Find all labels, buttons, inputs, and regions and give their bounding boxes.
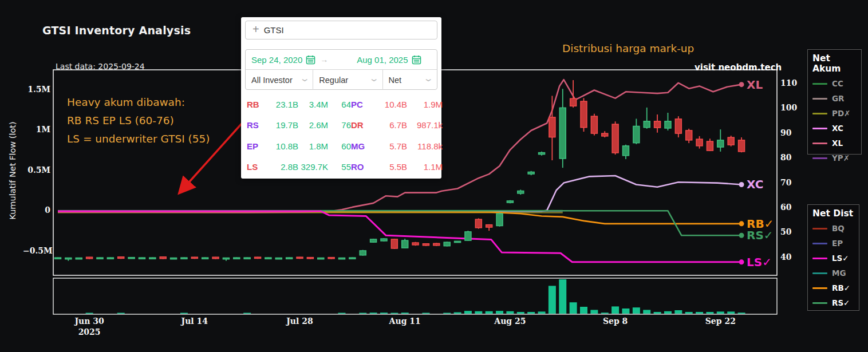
- legend-item-XL[interactable]: XL: [812, 136, 857, 151]
- legend-item-LS[interactable]: LS✓: [812, 251, 854, 266]
- legend-item-CC[interactable]: CC: [812, 76, 857, 91]
- legend-item-BQ[interactable]: BQ: [812, 221, 854, 236]
- volume-bar: [390, 313, 398, 314]
- candle-body: [244, 258, 250, 259]
- market-board-select[interactable]: Regular ⌄: [313, 70, 382, 90]
- broker-code: MG: [351, 141, 374, 151]
- legend-item-GR[interactable]: GR: [812, 91, 857, 106]
- legend-swatch: [812, 302, 827, 304]
- legend-item-XC[interactable]: XC: [812, 121, 857, 136]
- candle-body: [507, 201, 513, 203]
- price-tick-label: 70: [780, 178, 791, 187]
- candle-body: [402, 240, 408, 248]
- volume-bar: [370, 313, 377, 314]
- candle-body: [665, 121, 671, 128]
- filter-box: Sep 24, 2020 → Aug 01, 2025 All Investor…: [245, 49, 437, 90]
- volume-bar: [464, 311, 472, 314]
- legend-item-YP[interactable]: YP✗: [812, 151, 857, 165]
- broker-summary-table: RB23.1B3.4M64PC10.4B1.9MRS19.7B2.6M76DR6…: [247, 94, 437, 177]
- volume-bar: [180, 313, 188, 314]
- line-label-RS: RS✓: [747, 228, 774, 242]
- candle-body: [55, 258, 61, 259]
- broker-net-value: 10.8B: [263, 141, 298, 151]
- broker-net-value: 23.1B: [263, 100, 298, 109]
- broker-net-lot: 2.6M: [298, 120, 328, 130]
- net-mode-select[interactable]: Net ⌄: [383, 70, 437, 90]
- broker-net-lot: 987.1k: [407, 120, 443, 130]
- volume-bar: [401, 313, 409, 314]
- broker-code: LS: [247, 162, 263, 172]
- candle-body: [686, 130, 692, 140]
- flow-line-endpoint-XL: [739, 82, 744, 87]
- filter-selects-row: All Investor ⌄ Regular ⌄ Net ⌄: [246, 70, 437, 90]
- line-label-XL: XL: [747, 78, 763, 92]
- candle-body: [370, 239, 377, 242]
- broker-row: RB23.1B3.4M64PC10.4B1.9M: [247, 94, 437, 115]
- candle-body: [338, 258, 345, 259]
- x-tick-label: Aug 25: [487, 317, 533, 326]
- volume-bar: [664, 311, 672, 314]
- broker-net-value: 19.7B: [263, 120, 298, 130]
- candle-body: [107, 258, 113, 259]
- legend-item-EP[interactable]: EP: [812, 236, 854, 251]
- candle-body: [118, 257, 124, 259]
- volume-bar: [422, 313, 429, 314]
- price-tick-label: 110: [780, 78, 797, 88]
- legend-label: EP: [832, 239, 843, 248]
- legend-item-RS[interactable]: RS✓: [812, 295, 854, 310]
- x-tick-label: Sep 8: [593, 317, 638, 326]
- legend-label: RB✓: [832, 283, 850, 292]
- candle-body: [307, 258, 313, 259]
- volume-bar: [738, 313, 745, 314]
- volume-bar: [496, 311, 503, 314]
- candle-body: [318, 258, 324, 259]
- volume-bar: [359, 313, 366, 314]
- candle-body: [76, 258, 82, 259]
- volume-bar: [454, 313, 461, 314]
- flow-line-endpoint-RS: [739, 233, 744, 238]
- date-to-input[interactable]: Aug 01, 2025: [357, 55, 408, 65]
- broker-row: EP10.8B1.8M60MG5.7B118.8k: [247, 136, 437, 157]
- legend-swatch: [812, 243, 827, 244]
- candle-body: [412, 243, 419, 245]
- volume-bar: [117, 313, 125, 314]
- broker-code: DR: [351, 120, 374, 130]
- volume-bar: [549, 286, 556, 314]
- flow-line-endpoint-XC: [739, 182, 744, 187]
- legend-label: YP✗: [832, 153, 850, 163]
- legend-swatch: [812, 157, 827, 159]
- flow-tick-label: 0.5M: [23, 165, 50, 175]
- calendar-icon[interactable]: [306, 55, 315, 65]
- candle-body: [160, 257, 166, 259]
- candle-body: [139, 258, 145, 259]
- candle-body: [475, 219, 482, 228]
- ticker-search-input[interactable]: + GTSI: [245, 21, 437, 39]
- broker-code: RS: [247, 120, 263, 130]
- legend-label: LS✓: [832, 254, 849, 263]
- legend-item-RB[interactable]: RB✓: [812, 280, 854, 295]
- ticker-value: GTSI: [264, 25, 284, 35]
- legend-swatch: [812, 98, 827, 100]
- volume-bar: [727, 311, 735, 314]
- volume-bar: [580, 307, 587, 314]
- x-tick-label: Jul 28: [277, 317, 323, 326]
- legend-swatch: [812, 143, 827, 144]
- volume-bar: [611, 306, 619, 314]
- calendar-icon[interactable]: [412, 55, 421, 65]
- volume-bar: [443, 313, 451, 314]
- candle-body: [328, 258, 334, 259]
- broker-net-value: 10.4B: [374, 100, 407, 109]
- broker-row: RS19.7B2.6M76DR6.7B987.1k: [247, 115, 437, 136]
- investor-type-select[interactable]: All Investor ⌄: [246, 70, 313, 90]
- broker-code: EP: [247, 141, 263, 151]
- legend-swatch: [812, 83, 827, 85]
- broker-avg-price: 55: [328, 162, 351, 172]
- date-range-arrow-icon: →: [320, 55, 328, 64]
- candle-body: [622, 146, 629, 156]
- broker-net-value: 5.7B: [374, 141, 407, 151]
- legend-item-PD[interactable]: PD✗: [812, 106, 857, 121]
- date-from-input[interactable]: Sep 24, 2020: [251, 55, 302, 65]
- legend-item-MG[interactable]: MG: [812, 266, 854, 280]
- candle-body: [739, 140, 745, 152]
- broker-net-lot: 329.7K: [298, 162, 328, 172]
